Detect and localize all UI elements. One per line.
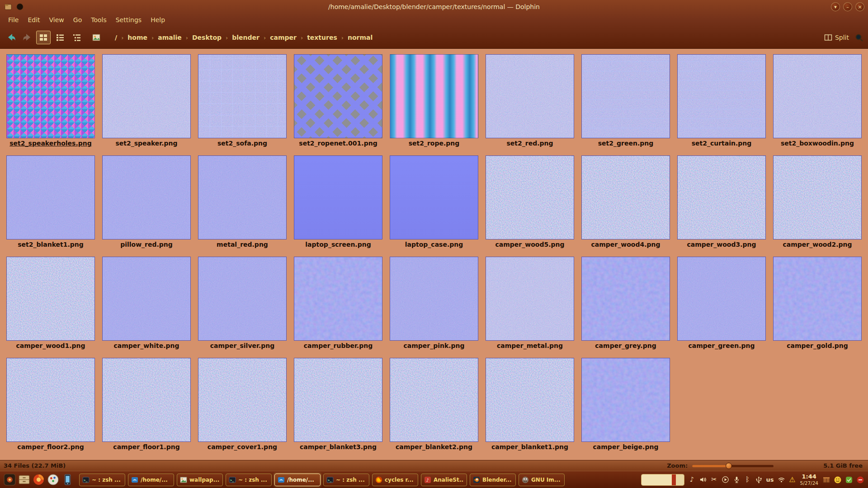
virtual-desktop-pager[interactable]: [641, 474, 684, 486]
file-item[interactable]: camper_cover1.png: [198, 358, 287, 454]
breadcrumb-root[interactable]: /: [112, 33, 120, 42]
file-item[interactable]: camper_pink.png: [390, 257, 478, 352]
menu-go[interactable]: Go: [69, 14, 86, 25]
split-button[interactable]: Split: [824, 33, 849, 42]
file-item[interactable]: metal_red.png: [198, 155, 287, 251]
microphone-icon[interactable]: [733, 476, 741, 483]
menu-file[interactable]: File: [4, 14, 23, 25]
file-item[interactable]: set2_ropenet.001.png: [294, 54, 382, 150]
file-item[interactable]: camper_wood3.png: [677, 155, 766, 251]
green-status-icon[interactable]: [845, 476, 853, 484]
taskbar-window[interactable]: GNU Im...: [519, 474, 565, 486]
breadcrumb-item-amalie[interactable]: amalie: [155, 33, 184, 42]
zoom-slider[interactable]: [692, 463, 774, 469]
file-item[interactable]: camper_blanket3.png: [294, 358, 382, 454]
taskbar-window[interactable]: /home/...: [274, 474, 321, 486]
file-thumbnail: [390, 54, 478, 138]
file-item[interactable]: set2_speakerholes.png: [6, 54, 95, 150]
file-item[interactable]: set2_speaker.png: [102, 54, 191, 150]
file-item[interactable]: camper_wood1.png: [6, 257, 95, 352]
paint-icon[interactable]: [47, 474, 59, 486]
view-compact-button[interactable]: [53, 31, 67, 44]
music-note-icon[interactable]: ♪: [689, 476, 696, 483]
taskbar-window[interactable]: >_~ : zsh ...: [323, 474, 369, 486]
file-manager-icon[interactable]: [18, 474, 30, 486]
clock[interactable]: 1:44 5/27/24: [800, 474, 818, 486]
search-icon[interactable]: [854, 33, 863, 42]
breadcrumb-item-textures[interactable]: textures: [304, 33, 340, 42]
browser-icon[interactable]: [33, 474, 45, 486]
file-item[interactable]: camper_blanket1.png: [486, 358, 574, 454]
taskbar-window[interactable]: cycles r...: [372, 474, 418, 486]
file-thumbnail: [581, 54, 670, 138]
minimize-button[interactable]: –: [843, 2, 852, 11]
taskbar-window[interactable]: /home/...: [128, 474, 174, 486]
close-button[interactable]: ×: [855, 2, 864, 11]
red-status-icon[interactable]: [856, 476, 864, 484]
taskbar-window[interactable]: >_~ : zsh ...: [79, 474, 125, 486]
zoom-track[interactable]: [692, 465, 774, 467]
taskbar-window[interactable]: wallpap...: [177, 474, 223, 486]
file-item[interactable]: camper_floor2.png: [6, 358, 95, 454]
file-item[interactable]: camper_grey.png: [581, 257, 670, 352]
file-item[interactable]: camper_gold.png: [773, 257, 862, 352]
volume-icon[interactable]: [699, 476, 707, 483]
file-item[interactable]: set2_green.png: [581, 54, 670, 150]
file-item[interactable]: camper_floor1.png: [102, 358, 191, 454]
back-button[interactable]: [5, 31, 18, 44]
file-item[interactable]: camper_wood5.png: [486, 155, 574, 251]
shade-button[interactable]: ▾: [831, 2, 840, 11]
pager-active-desktop[interactable]: [642, 474, 672, 485]
file-item[interactable]: laptop_case.png: [390, 155, 478, 251]
usb-icon[interactable]: [755, 476, 763, 483]
menu-help[interactable]: Help: [146, 14, 170, 25]
breadcrumb-item-normal[interactable]: normal: [345, 33, 375, 42]
file-item[interactable]: camper_wood2.png: [773, 155, 862, 251]
file-item[interactable]: set2_red.png: [486, 54, 574, 150]
view-details-button[interactable]: [70, 31, 84, 44]
emoji-icon[interactable]: [834, 476, 842, 484]
file-item[interactable]: pillow_red.png: [102, 155, 191, 251]
bluetooth-icon[interactable]: ᛒ: [744, 476, 751, 483]
file-item[interactable]: camper_white.png: [102, 257, 191, 352]
app-menu-icon[interactable]: [4, 474, 16, 486]
file-item[interactable]: set2_sofa.png: [198, 54, 287, 150]
file-item[interactable]: set2_rope.png: [390, 54, 478, 150]
package-icon[interactable]: [822, 476, 830, 484]
file-item[interactable]: set2_curtain.png: [677, 54, 766, 150]
menu-tools[interactable]: Tools: [86, 14, 111, 25]
breadcrumb-item-camper[interactable]: camper: [267, 33, 299, 42]
file-item[interactable]: camper_wood4.png: [581, 155, 670, 251]
menu-edit[interactable]: Edit: [23, 14, 44, 25]
preview-toggle-button[interactable]: [89, 31, 104, 44]
file-item[interactable]: camper_green.png: [677, 257, 766, 352]
file-item[interactable]: set2_blanket1.png: [6, 155, 95, 251]
zoom-handle[interactable]: [726, 463, 732, 469]
taskbar-window[interactable]: >_~ : zsh ...: [226, 474, 272, 486]
window-folder-icon[interactable]: [4, 2, 13, 11]
pager-other-desktop[interactable]: [676, 474, 684, 485]
breadcrumb-item-home[interactable]: home: [125, 33, 150, 42]
scissors-icon[interactable]: ✂: [711, 476, 718, 483]
window-pin-icon[interactable]: [15, 2, 24, 11]
breadcrumb-item-desktop[interactable]: Desktop: [189, 33, 224, 42]
file-item[interactable]: camper_silver.png: [198, 257, 287, 352]
taskbar-window[interactable]: Blender...: [470, 474, 516, 486]
view-icons-button[interactable]: [36, 31, 51, 44]
play-icon[interactable]: [722, 476, 729, 483]
breadcrumb-item-blender[interactable]: blender: [229, 33, 262, 42]
phone-icon[interactable]: [61, 474, 74, 486]
file-item[interactable]: set2_boxwoodin.png: [773, 54, 862, 150]
file-item[interactable]: camper_rubber.png: [294, 257, 382, 352]
file-item[interactable]: camper_blanket2.png: [390, 358, 478, 454]
file-item[interactable]: camper_beige.png: [581, 358, 670, 454]
wifi-icon[interactable]: [778, 476, 785, 483]
warning-icon[interactable]: ⚠: [789, 476, 796, 483]
forward-button[interactable]: [20, 31, 34, 44]
keyboard-us-icon[interactable]: us: [766, 477, 774, 483]
menu-view[interactable]: View: [45, 14, 69, 25]
menu-settings[interactable]: Settings: [111, 14, 146, 25]
file-item[interactable]: laptop_screen.png: [294, 155, 382, 251]
file-item[interactable]: camper_metal.png: [486, 257, 574, 352]
taskbar-window[interactable]: ♪AnalieSt...: [421, 474, 467, 486]
